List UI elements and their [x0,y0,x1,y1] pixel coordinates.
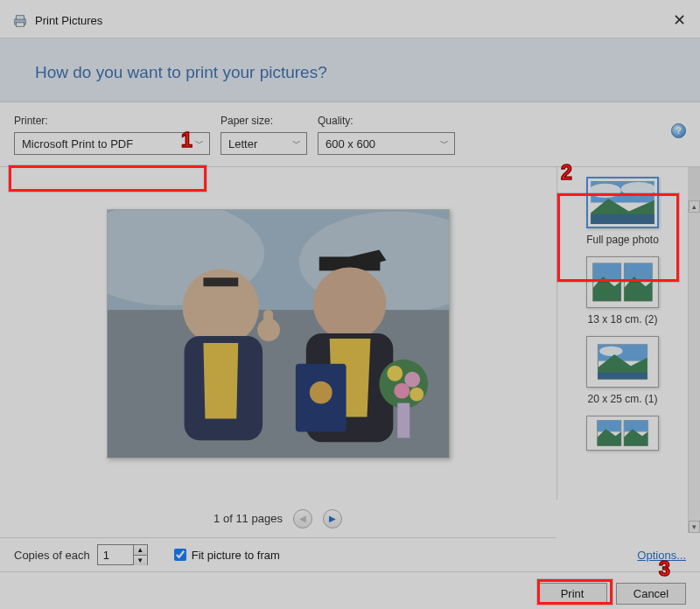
chevron-down-icon: ﹀ [195,137,204,150]
layout-thumb [586,177,659,228]
svg-rect-43 [598,421,621,432]
svg-point-28 [621,182,654,196]
fit-picture-checkbox[interactable]: Fit picture to fram [171,546,280,564]
prev-page-button[interactable]: ◀ [293,509,312,528]
copies-up-button[interactable]: ▲ [133,545,147,556]
cancel-button[interactable]: Cancel [616,583,686,605]
layout-thumb [586,416,659,451]
next-page-button[interactable]: ▶ [323,509,342,528]
svg-point-39 [599,346,622,356]
chevron-down-icon: ﹀ [440,137,449,150]
pager-text: 1 of 11 pages [214,512,283,525]
fit-checkbox-input[interactable] [174,549,186,561]
svg-rect-25 [263,310,273,329]
svg-point-23 [310,381,332,403]
copies-down-button[interactable]: ▼ [133,556,147,565]
svg-point-17 [387,365,402,381]
pager-row: 1 of 11 pages ◀ ▶ [0,500,556,538]
printer-label: Printer: [14,115,210,127]
printer-dropdown[interactable]: Microsoft Print to PDF ﹀ [14,132,210,155]
copies-input[interactable] [98,545,133,564]
quality-label: Quality: [318,115,455,127]
svg-rect-46 [624,421,648,432]
paper-size-dropdown[interactable]: Letter ﹀ [220,132,307,155]
svg-rect-41 [598,373,647,380]
window-title: Print Pictures [35,14,102,27]
preview-page [107,209,450,458]
layout-more[interactable] [557,411,688,451]
svg-rect-32 [593,263,621,282]
copies-label: Copies of each [14,549,90,562]
preview-column [0,167,557,500]
paper-value: Letter [228,137,257,150]
paper-label: Paper size: [220,115,307,127]
layout-list[interactable]: Full page photo 13 x 18 cm. (2) 20 x 25 … [557,167,700,500]
quality-dropdown[interactable]: 600 x 600 ﹀ [318,132,455,155]
svg-rect-21 [397,402,410,438]
layout-thumb [586,336,659,388]
fit-label: Fit picture to fram [192,549,280,562]
question-text: How do you want to print your pictures? [35,63,665,82]
layout-full-page[interactable]: Full page photo [557,172,688,252]
layout-label: 13 x 18 cm. (2) [587,313,657,326]
svg-point-19 [394,382,410,398]
layout-label: Full page photo [586,234,659,246]
main-area: Full page photo 13 x 18 cm. (2) 20 x 25 … [0,167,700,500]
svg-point-20 [410,387,424,401]
footer-row: Copies of each ▲ ▼ Fit picture to fram O… [0,538,700,572]
printer-value: Microsoft Print to PDF [22,137,133,150]
svg-point-3 [24,19,24,20]
svg-point-27 [591,184,621,198]
scroll-up-button[interactable]: ▴ [689,200,700,213]
layout-label: 20 x 25 cm. (1) [587,393,657,405]
printer-icon [12,13,28,29]
svg-rect-35 [624,263,652,282]
copies-spinner[interactable]: ▲ ▼ [97,544,148,565]
svg-rect-2 [17,22,24,26]
quality-value: 600 x 600 [326,137,375,150]
print-button[interactable]: Print [537,583,607,605]
dialog-buttons: Print Cancel [0,572,700,609]
scroll-down-button[interactable]: ▾ [689,521,700,533]
header-band: How do you want to print your pictures? [0,38,700,102]
layout-13x18[interactable]: 13 x 18 cm. (2) [557,252,688,332]
help-icon[interactable]: ? [671,123,686,138]
close-icon[interactable]: ✕ [673,10,686,30]
titlebar: Print Pictures ✕ [0,0,700,38]
layout-20x25[interactable]: 20 x 25 cm. (1) [557,332,688,411]
svg-point-14 [313,267,387,340]
layout-thumb [586,256,659,308]
svg-rect-1 [17,15,24,19]
svg-rect-11 [203,277,238,286]
layout-scrollbar[interactable]: ▴ ▾ [688,200,700,533]
options-link[interactable]: Options... [637,549,686,562]
print-options-row: Printer: Microsoft Print to PDF ﹀ Paper … [0,102,700,167]
svg-rect-30 [591,214,654,224]
chevron-down-icon: ﹀ [292,137,301,150]
